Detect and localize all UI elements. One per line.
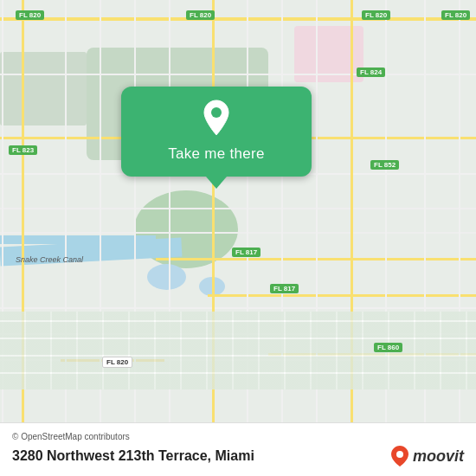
moovit-logo: moovit — [390, 445, 464, 467]
badge-fl817-3: FL 817 — [270, 284, 299, 293]
popup-arrow — [206, 177, 227, 189]
map-container: Snake Creek Canal FL 820 FL 820 FL 820 F… — [0, 0, 476, 476]
moovit-pin-icon — [390, 445, 409, 467]
location-popup: Take me there — [121, 87, 312, 189]
badge-fl820-3: FL 820 — [362, 10, 390, 20]
map-background: Snake Creek Canal FL 820 FL 820 FL 820 F… — [0, 0, 476, 476]
badge-fl817-2: FL 817 — [232, 248, 261, 257]
badge-fl823: FL 823 — [9, 145, 37, 155]
address-row: 3280 Northwest 213th Terrace, Miami moov… — [12, 445, 464, 467]
badge-fl852: FL 852 — [370, 160, 399, 170]
address-text: 3280 Northwest 213th Terrace, Miami — [12, 448, 254, 464]
bottom-bar: © OpenStreetMap contributors 3280 Northw… — [0, 422, 476, 476]
badge-fl820-4: FL 820 — [441, 10, 470, 20]
svg-point-0 — [211, 107, 222, 118]
badge-fl824: FL 824 — [357, 68, 385, 77]
canal-label: Snake Creek Canal — [16, 255, 83, 264]
badge-fl820-1: FL 820 — [16, 10, 44, 20]
svg-point-1 — [396, 451, 403, 458]
location-pin-icon — [200, 99, 233, 137]
take-me-there-button[interactable]: Take me there — [168, 145, 265, 163]
badge-fl860: FL 860 — [374, 343, 402, 352]
copyright-text: © OpenStreetMap contributors — [12, 432, 464, 441]
badge-fl-bottom: FL 820 — [102, 357, 132, 368]
badge-fl820-2: FL 820 — [186, 10, 215, 20]
moovit-wordmark: moovit — [413, 447, 464, 466]
popup-bubble: Take me there — [121, 87, 312, 177]
